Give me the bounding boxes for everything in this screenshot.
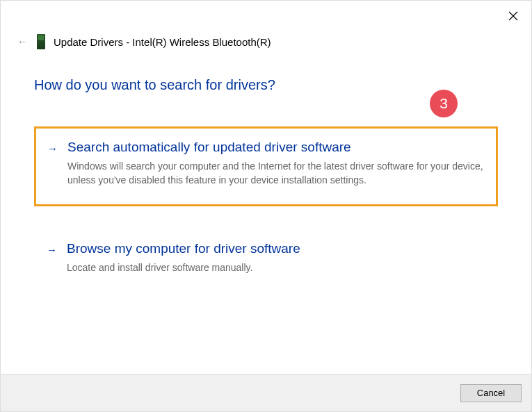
arrow-right-icon: → <box>47 142 58 154</box>
option-description: Locate and install driver software manua… <box>67 261 484 274</box>
step-callout-badge: 3 <box>430 90 458 117</box>
close-icon <box>508 11 518 21</box>
question-heading: How do you want to search for drivers? <box>34 77 498 93</box>
back-arrow-icon[interactable]: ← <box>17 36 29 47</box>
device-icon <box>37 34 45 49</box>
dialog-content: How do you want to search for drivers? →… <box>1 49 531 287</box>
dialog-header: ← Update Drivers - Intel(R) Wireless Blu… <box>1 1 531 49</box>
update-drivers-dialog: ← Update Drivers - Intel(R) Wireless Blu… <box>0 0 532 412</box>
option-title: Search automatically for updated driver … <box>67 140 483 155</box>
option-description: Windows will search your computer and th… <box>67 159 483 188</box>
dialog-title: Update Drivers - Intel(R) Wireless Bluet… <box>54 36 271 48</box>
option-search-automatically[interactable]: → Search automatically for updated drive… <box>34 126 498 206</box>
option-browse-computer[interactable]: → Browse my computer for driver software… <box>34 229 498 287</box>
arrow-right-icon: → <box>47 244 57 256</box>
option-title: Browse my computer for driver software <box>67 241 484 256</box>
callout-number: 3 <box>440 95 448 112</box>
close-button[interactable] <box>506 9 520 23</box>
cancel-button[interactable]: Cancel <box>460 384 522 402</box>
dialog-footer: Cancel <box>1 374 531 411</box>
